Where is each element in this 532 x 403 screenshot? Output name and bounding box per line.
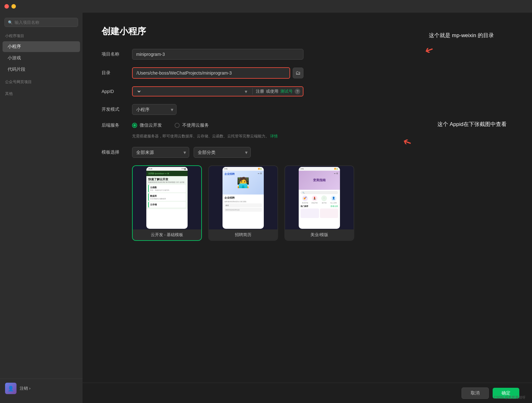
appid-help-button[interactable]: ? xyxy=(295,89,300,94)
template-card-cloud[interactable]: 15:28 77%▓ 云开发 QuickStart ••• ⚙ 快速了解云开发 … xyxy=(132,165,202,241)
section-webpage-label: 公众号网页项目 xyxy=(0,76,83,87)
appid-register-text: 注册 xyxy=(256,89,264,94)
section-other-label: 其他 xyxy=(0,87,83,99)
form-row-name: 项目名称 xyxy=(102,49,513,60)
template-img-cloud: 15:28 77%▓ 云开发 QuickStart ••• ⚙ 快速了解云开发 … xyxy=(133,166,201,229)
source-select-wrap: 全部来源 官方模板 社区模板 xyxy=(132,147,189,158)
radio-cloud[interactable] xyxy=(132,123,137,128)
source-select[interactable]: 全部来源 官方模板 社区模板 xyxy=(132,147,189,158)
template-label: 模板选择 xyxy=(102,149,127,155)
close-button[interactable] xyxy=(4,4,9,9)
template-card-beauty[interactable]: 9:41 📶🔋 •• ⚙ 变美指南 🔍 xyxy=(284,165,354,241)
search-box[interactable]: 🔍 xyxy=(4,18,78,27)
devmode-select-wrap: 小程序 插件 代码包 xyxy=(132,104,176,115)
backend-option-no-cloud[interactable]: 不使用云服务 xyxy=(175,122,209,128)
template-cards: 15:28 77%▓ 云开发 QuickStart ••• ⚙ 快速了解云开发 … xyxy=(102,165,513,241)
radio-no-cloud[interactable] xyxy=(175,123,180,128)
template-label-beauty: 美业/模版 xyxy=(285,229,354,240)
sidebar: 🔍 小程序项目 小程序 小游戏 代码片段 公众号网页项目 其他 👤 注销 › xyxy=(0,13,83,403)
template-label-job: 招聘简历 xyxy=(209,229,277,240)
sidebar-item-codesnippet[interactable]: 代码片段 xyxy=(3,64,80,75)
appid-test-link[interactable]: 测试号 xyxy=(280,89,293,94)
backend-no-cloud-label: 不使用云服务 xyxy=(182,122,209,128)
appid-select[interactable] xyxy=(135,89,142,94)
phone-job: 9:41 📶🔋 企业招聘 •• ⚙ 🧑‍💻 企业招聘 诚挚邀请优秀的您加入我们团 xyxy=(223,167,264,229)
avatar: 👤 xyxy=(5,383,17,394)
search-input[interactable] xyxy=(15,20,75,25)
search-icon: 🔍 xyxy=(8,20,13,25)
devmode-label: 开发模式 xyxy=(102,107,127,112)
category-select[interactable]: 全部分类 电商 工具 社交 xyxy=(194,147,251,158)
name-input[interactable] xyxy=(132,49,303,60)
sidebar-item-minigame[interactable]: 小游戏 xyxy=(3,53,80,63)
form-row-backend: 后端服务 微信云开发 不使用云服务 xyxy=(102,122,513,139)
category-select-wrap: 全部分类 电商 工具 社交 xyxy=(194,147,251,158)
appid-dropdown-icon: ▾ xyxy=(245,89,247,95)
phone-beauty: 9:41 📶🔋 •• ⚙ 变美指南 🔍 xyxy=(299,167,340,229)
minimize-button[interactable] xyxy=(11,4,16,9)
sidebar-item-miniprogram[interactable]: 小程序 xyxy=(3,41,80,52)
folder-button[interactable]: 🗂 xyxy=(293,68,303,78)
appid-or-text: 或使用 xyxy=(266,89,278,94)
backend-desc: 无需搭建服务器，即可使用云数据库、云存储、云函数、云托管等完整云端能力。 详情 xyxy=(132,133,278,139)
backend-options: 微信云开发 不使用云服务 无需搭建服务器，即可使用云数据库、云存储、云函数、云托… xyxy=(132,122,278,139)
backend-option-cloud[interactable]: 微信云开发 xyxy=(132,122,162,128)
section-miniprogram-label: 小程序项目 xyxy=(0,33,83,41)
sidebar-footer: 👤 注销 › xyxy=(0,379,83,398)
form-row-template: 模板选择 全部来源 官方模板 社区模板 全部分类 电商 工具 xyxy=(102,147,513,158)
devmode-select[interactable]: 小程序 插件 代码包 xyxy=(132,104,176,115)
backend-detail-link[interactable]: 详情 xyxy=(270,134,278,138)
appid-wrapper: ▾ 注册 或使用 测试号 ? xyxy=(132,86,303,96)
appid-actions: 注册 或使用 测试号 ? xyxy=(256,89,300,94)
watermark: CSDN @盖世英雄呀 xyxy=(494,395,526,400)
phone-cloud: 15:28 77%▓ 云开发 QuickStart ••• ⚙ 快速了解云开发 … xyxy=(146,167,188,229)
template-label-cloud: 云开发 - 基础模板 xyxy=(133,229,201,240)
logout-button[interactable]: 注销 › xyxy=(20,386,30,391)
backend-label: 后端服务 xyxy=(102,122,127,128)
form-row-appid: AppID ▾ 注册 或使用 测试号 xyxy=(102,86,513,96)
page-title: 创建小程序 xyxy=(102,25,513,37)
template-img-beauty: 9:41 📶🔋 •• ⚙ 变美指南 🔍 xyxy=(285,166,354,229)
template-section: 全部来源 官方模板 社区模板 全部分类 电商 工具 社交 xyxy=(132,147,251,158)
dir-label: 目录 xyxy=(102,70,127,76)
name-label: 项目名称 xyxy=(102,51,127,57)
appid-label: AppID xyxy=(102,89,127,94)
form-row-dir: 目录 🗂 xyxy=(102,67,513,79)
radio-dot-cloud xyxy=(133,124,136,127)
folder-icon: 🗂 xyxy=(296,70,301,76)
bottom-bar: 取消 确定 xyxy=(83,383,532,403)
form-row-devmode: 开发模式 小程序 插件 代码包 xyxy=(102,104,513,115)
dir-row: 🗂 xyxy=(132,67,303,79)
template-card-job[interactable]: 9:41 📶🔋 企业招聘 •• ⚙ 🧑‍💻 企业招聘 诚挚邀请优秀的您加入我们团 xyxy=(208,165,278,241)
app-body: 🔍 小程序项目 小程序 小游戏 代码片段 公众号网页项目 其他 👤 注销 › 创… xyxy=(0,13,532,403)
cancel-button[interactable]: 取消 xyxy=(462,387,489,399)
dir-input[interactable] xyxy=(132,67,290,79)
title-bar xyxy=(0,0,532,13)
traffic-lights xyxy=(4,4,16,9)
main-content: 创建小程序 这个就是 mp-weixin 的目录 ➔ 项目名称 目录 🗂 xyxy=(83,13,532,403)
appid-divider xyxy=(252,88,253,95)
backend-cloud-label: 微信云开发 xyxy=(140,122,162,128)
template-img-job: 9:41 📶🔋 企业招聘 •• ⚙ 🧑‍💻 企业招聘 诚挚邀请优秀的您加入我们团 xyxy=(209,166,277,229)
